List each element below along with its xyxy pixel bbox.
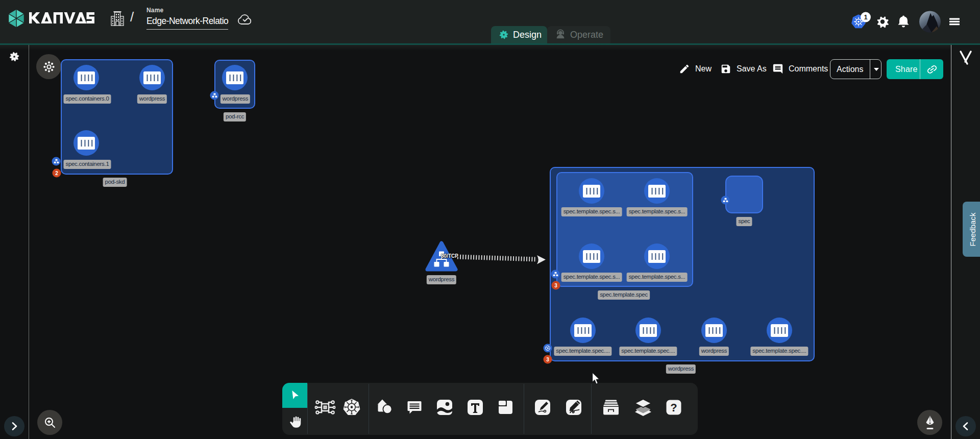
svg-text:1: 1 xyxy=(864,13,867,21)
svg-text:?: ? xyxy=(670,401,677,414)
